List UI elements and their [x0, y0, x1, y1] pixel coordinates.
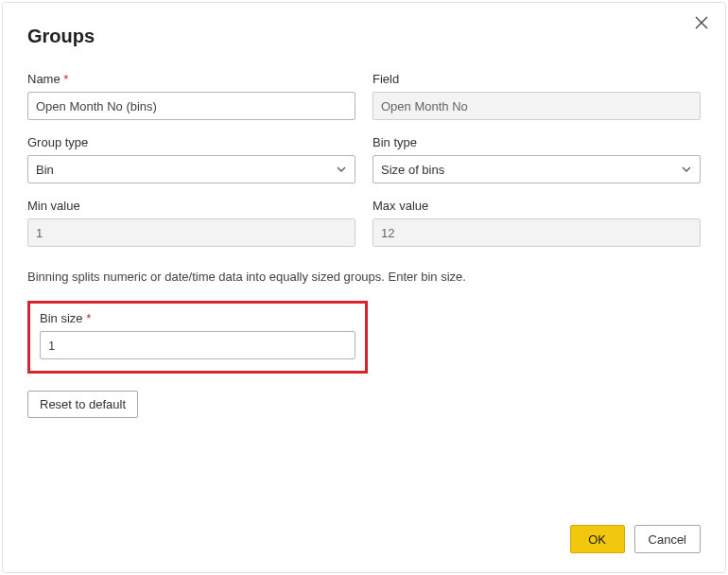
max-value-label: Max value — [373, 199, 701, 213]
name-input[interactable] — [27, 92, 355, 120]
group-type-select[interactable]: Bin — [27, 155, 355, 183]
bin-type-value: Size of bins — [381, 163, 444, 177]
close-icon[interactable] — [695, 16, 710, 31]
groups-dialog: Groups Name Field Group type Bin Bin typ… — [2, 2, 726, 573]
help-text: Binning splits numeric or date/time data… — [27, 270, 701, 284]
chevron-down-icon — [681, 164, 692, 175]
chevron-down-icon — [336, 164, 347, 175]
name-label: Name — [27, 72, 355, 86]
group-type-label: Group type — [27, 135, 355, 149]
bin-size-input[interactable] — [40, 331, 355, 359]
min-value-label: Min value — [27, 199, 355, 213]
ok-button[interactable]: OK — [570, 525, 625, 553]
min-value-field — [27, 218, 355, 247]
dialog-footer: OK Cancel — [570, 525, 701, 553]
bin-type-select[interactable]: Size of bins — [373, 155, 701, 183]
field-value — [373, 92, 701, 120]
max-value-field — [373, 218, 701, 247]
bin-size-highlight: Bin size — [27, 301, 368, 374]
bin-size-label: Bin size — [40, 311, 355, 325]
bin-type-label: Bin type — [373, 135, 701, 149]
field-label: Field — [373, 72, 701, 86]
cancel-button[interactable]: Cancel — [634, 525, 701, 553]
dialog-title: Groups — [27, 26, 701, 47]
reset-to-default-button[interactable]: Reset to default — [27, 391, 138, 418]
group-type-value: Bin — [36, 163, 54, 177]
